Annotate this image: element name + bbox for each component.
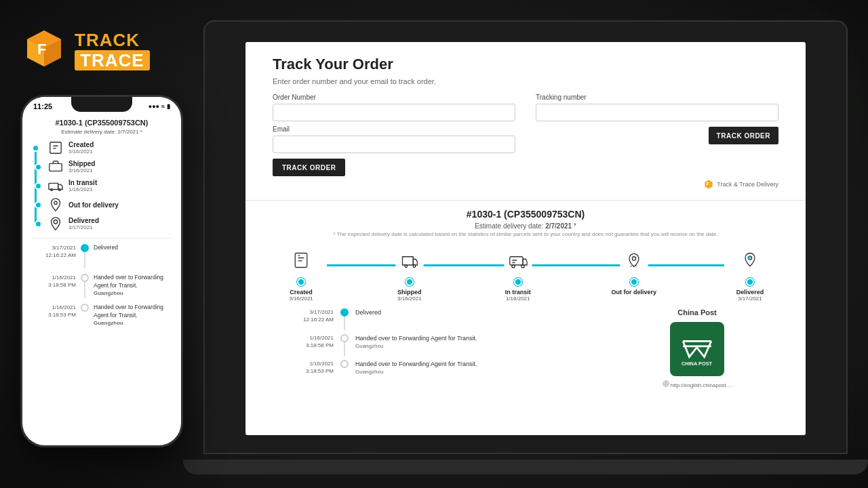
phone-tl-dot-3 bbox=[81, 304, 89, 312]
svg-rect-6 bbox=[50, 163, 62, 171]
timeline-item-2: 1/16/20213:18:58 PM Handed over to Forwa… bbox=[286, 334, 623, 356]
timeline-location-3: Guangzhou bbox=[355, 369, 477, 375]
timeline-status-2: Handed over to Forwarding Agent for Tran… bbox=[355, 334, 477, 343]
step-date-in-transit: 1/16/2021 bbox=[506, 296, 530, 302]
phone-tl-item-3: 1/16/20213:18:53 PM Handed over to Forwa… bbox=[32, 304, 172, 326]
timeline-dot-container-3 bbox=[340, 360, 349, 368]
timeline-location-2: Guangzhou bbox=[355, 343, 477, 349]
phone-tl-time-3: 1/16/20213:18:53 PM bbox=[32, 304, 76, 319]
svg-point-16 bbox=[405, 265, 408, 268]
screen-content: Track Your Order Enter order number and … bbox=[245, 42, 806, 435]
track-order-button-left[interactable]: TRACK ORDER bbox=[273, 159, 345, 176]
phone-step-date-shipped: 3/16/2021 bbox=[68, 167, 95, 174]
timeline-dot-1 bbox=[340, 308, 349, 317]
phone-order-id: #1030-1 (CP355009753CN) bbox=[32, 119, 172, 127]
phone-tl-time-2: 1/16/20213:18:58 PM bbox=[32, 274, 76, 289]
order-form: Order Number Email TRACK ORDER bbox=[273, 94, 778, 176]
phone-step-dot-shipped bbox=[35, 163, 42, 171]
phone-step-info-outfordelivery: Out for delivery bbox=[68, 201, 119, 209]
laptop-base bbox=[183, 460, 868, 474]
timeline-dot-2 bbox=[340, 334, 349, 342]
delivery-note: * The expected delivery date is calculat… bbox=[273, 231, 778, 237]
timeline-time-1: 3/17/202112:16:22 AM bbox=[286, 308, 334, 323]
timeline-status-3: Handed over to Forwarding Agent for Tran… bbox=[355, 360, 477, 369]
order-number-group: Order Number bbox=[273, 94, 515, 121]
timeline: 3/17/202112:16:22 AM Delivered bbox=[286, 308, 623, 388]
track-order-button-right[interactable]: TRACK ORDER bbox=[709, 127, 778, 144]
step-label-out-for-delivery: Out for delivery bbox=[612, 289, 657, 296]
form-right: Tracking number TRACK ORDER bbox=[536, 94, 778, 176]
svg-text:F: F bbox=[707, 182, 709, 186]
tt-small-icon: F bbox=[703, 179, 714, 190]
phone-tl-line-1 bbox=[84, 252, 85, 268]
step-icon-out-for-delivery bbox=[619, 245, 649, 275]
phone-tl-item-2: 1/16/20213:18:58 PM Handed over to Forwa… bbox=[32, 274, 172, 298]
phone-tl-status-2: Handed over to Forwarding Agent for Tran… bbox=[94, 274, 172, 290]
timeline-content-2: Handed over to Forwarding Agent for Tran… bbox=[355, 334, 477, 349]
phone-step-name-transit: In transit bbox=[68, 179, 97, 186]
timeline-time-3: 1/16/20213:18:53 PM bbox=[286, 360, 334, 375]
order-number-label: Order Number bbox=[273, 94, 515, 101]
email-input[interactable] bbox=[273, 136, 515, 153]
timeline-time-2: 1/16/20213:18:58 PM bbox=[286, 334, 334, 349]
phone-notch bbox=[71, 97, 132, 112]
step-shipped: Shipped 3/16/2021 bbox=[395, 245, 425, 302]
carrier-url-text: http://english.chinapost.... bbox=[671, 382, 732, 388]
phone-step-dot-outfordelivery bbox=[35, 201, 42, 209]
phone-step-info-created: Created 3/16/2021 bbox=[68, 141, 94, 155]
phone-step-info-transit: In transit 1/16/2021 bbox=[68, 179, 97, 192]
bottom-section: 3/17/202112:16:22 AM Delivered bbox=[273, 308, 778, 388]
timeline-dot-container-2 bbox=[340, 334, 349, 356]
phone-tl-loc-3: Guangzhou bbox=[94, 320, 172, 326]
phone-step-name-shipped: Shipped bbox=[68, 160, 95, 167]
tracking-number-input[interactable] bbox=[536, 104, 778, 121]
tt-logo-area: F Track & Trace Delivery bbox=[273, 179, 778, 190]
phone-timeline: 3/17/202112:16:22 AM Delivered 1/16/2021… bbox=[32, 238, 172, 326]
phone-tl-dot-1 bbox=[81, 244, 89, 252]
phone-tl-dot-wrap-3 bbox=[80, 304, 90, 312]
step-date-created: 3/16/2021 bbox=[289, 296, 313, 302]
china-post-logo: CHINA POST bbox=[670, 322, 724, 376]
phone-tl-dot-wrap-1 bbox=[80, 244, 90, 268]
phone-tl-content-3: Handed over to Forwarding Agent for Tran… bbox=[94, 304, 172, 326]
step-dot-in-transit bbox=[514, 278, 522, 286]
track-form-section: Track Your Order Enter order number and … bbox=[245, 42, 806, 201]
phone-tl-dot-wrap-2 bbox=[80, 274, 90, 298]
svg-text:CHINA POST: CHINA POST bbox=[682, 361, 713, 367]
timeline-item-3: 1/16/20213:18:53 PM Handed over to Forwa… bbox=[286, 360, 623, 375]
svg-point-12 bbox=[54, 220, 58, 224]
signal-icon: ●●● bbox=[149, 103, 159, 110]
phone-mockup: 11:25 ●●● ≈ ▮ #1030-1 (CP355009753CN) Es… bbox=[20, 95, 183, 447]
timeline-connector-2 bbox=[344, 342, 345, 356]
step-dot-created bbox=[297, 278, 305, 286]
phone-tl-content-1: Delivered bbox=[94, 244, 172, 252]
phone-step-dot-transit bbox=[35, 182, 42, 190]
carrier-box: China Post CHINA POST bbox=[629, 308, 765, 388]
svg-point-11 bbox=[54, 201, 58, 205]
phone-step-info-shipped: Shipped 3/16/2021 bbox=[68, 160, 95, 174]
step-label-in-transit: In transit bbox=[505, 289, 531, 296]
order-id: #1030-1 (CP355009753CN) bbox=[273, 209, 778, 220]
step-label-delivered: Delivered bbox=[736, 289, 764, 296]
phone-time: 11:25 bbox=[33, 102, 52, 110]
phone-step-name-outfordelivery: Out for delivery bbox=[68, 201, 119, 209]
step-in-transit: In transit 1/16/2021 bbox=[503, 245, 533, 302]
phone-step-shipped: Shipped 3/16/2021 bbox=[48, 159, 172, 174]
email-group: Email bbox=[273, 125, 515, 153]
phone-steps-list: Created 3/16/2021 Shipped 3/16/2021 bbox=[32, 140, 172, 231]
laptop-body: Track Your Order Enter order number and … bbox=[203, 20, 848, 454]
phone-tl-line-2 bbox=[84, 282, 85, 298]
logo-trace-text: TRACE bbox=[80, 50, 144, 70]
tracking-number-group: Tracking number bbox=[536, 94, 778, 121]
order-result-section: #1030-1 (CP355009753CN) Estimate deliver… bbox=[245, 201, 806, 435]
order-number-input[interactable] bbox=[273, 104, 515, 121]
delivery-estimate: Estimate delivery date: 2/7/2021 * bbox=[273, 222, 778, 230]
email-label: Email bbox=[273, 125, 515, 133]
tracking-steps: Created 3/16/2021 bbox=[273, 245, 778, 302]
logo-track-text: TRACK bbox=[75, 31, 150, 49]
phone-step-info-delivered: Delivered 3/17/2021 bbox=[68, 217, 99, 230]
timeline-dot-container-1 bbox=[340, 308, 349, 330]
phone-step-date-delivered: 3/17/2021 bbox=[68, 224, 99, 230]
china-post-icon: CHINA POST bbox=[677, 329, 717, 369]
phone-step-name-created: Created bbox=[68, 141, 94, 148]
